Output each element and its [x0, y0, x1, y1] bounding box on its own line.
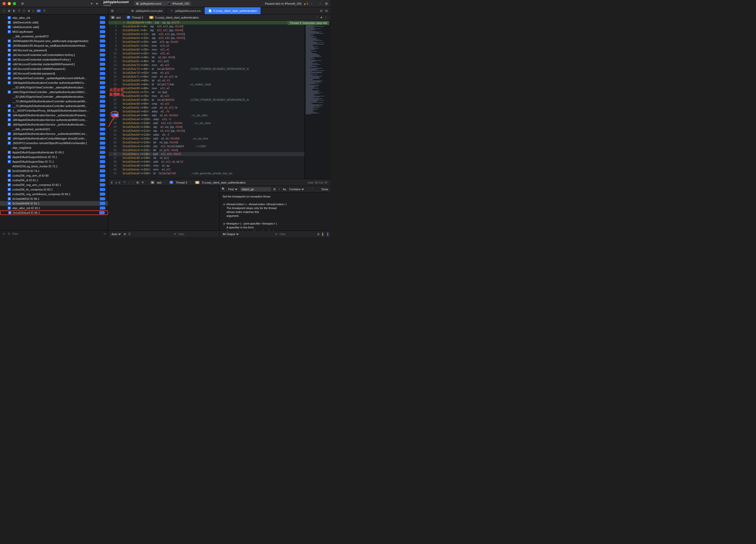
code-line[interactable]: 5 0x1a52bdc50 <+12>: stp x20, x19, [sp, … [108, 32, 304, 36]
close-icon[interactable] [3, 2, 6, 5]
breakpoint-row[interactable]: F+[AADeviceInfo udid] [0, 25, 108, 29]
breakpoint-enabled-flag[interactable] [100, 156, 106, 159]
console-output-select[interactable]: All Output [222, 232, 239, 236]
breakpoint-row[interactable]: F-[AADeviceInfo udid] [0, 20, 108, 25]
breakpoint-row[interactable]: F-[AKAppleIDAuthenticationService _perfo… [0, 122, 108, 127]
nav-test-icon[interactable]: ◆ [28, 9, 30, 12]
code-line[interactable]: 16 0x1a52bdc7c <+56>: csel x8, x0, x22, … [108, 75, 304, 79]
breakpoint-enabled-flag[interactable] [100, 63, 106, 66]
code-line[interactable]: 9 0x1a52bdc60 <+28>: mov x21, x1 [108, 48, 304, 52]
code-line[interactable]: 38 0x1a52bdcd4 <+144>: add x2, x22, x8, … [108, 160, 304, 164]
maximize-icon[interactable] [13, 2, 16, 5]
breakpoint-row[interactable]: F-[AKAppleIDAuthenticationService _authe… [0, 132, 108, 136]
line-gutter[interactable]: 19 [108, 86, 119, 90]
code-line[interactable]: 12 0x1a52bdc6c <+40>: ldr x22, [x8] [108, 59, 304, 63]
library-icon[interactable]: ▦ [325, 2, 328, 5]
breakpoint-row[interactable]: F-[ACAccountCredential initWithPassword:… [0, 67, 108, 71]
find-mode-select[interactable]: Find [227, 188, 238, 191]
step-out-icon[interactable]: ↑ [132, 181, 134, 184]
breakpoint-row[interactable]: Fccsha256_vng_arm64neon_compress ID 84.1 [0, 192, 108, 197]
breakpoint-enabled-flag[interactable] [100, 183, 106, 187]
breakpoint-row[interactable]: Fccsha256_vng_arm_compress ID 82.1 [0, 183, 108, 187]
editor-layout-icon[interactable]: ▥ [325, 9, 328, 12]
breakpoint-enabled-flag[interactable] [100, 91, 106, 94]
step-into-icon[interactable]: ↓ [128, 181, 130, 184]
breakpoint-row[interactable]: F-[AASignInFlowController _updateAppleAc… [0, 76, 108, 80]
breakpoint-row[interactable]: A0x1815d0528 ID 74.1 [0, 169, 108, 173]
jumpbar[interactable]: ⎈ akd 〉 T Thread 3 〉 ▦ 0 ccsrp_client_st… [108, 14, 330, 21]
line-gutter[interactable]: 14 [108, 67, 119, 71]
line-gutter[interactable]: 31 [108, 133, 119, 137]
breakpoint-row[interactable]: F-[__NSXPCInterfaceProxy_AKAppleIDAuthen… [0, 108, 108, 113]
add-breakpoint-button[interactable]: ＋ [2, 232, 6, 236]
code-line[interactable]: 23 0x1a52bdc98 <+84>: cmp x0, x22 [108, 102, 304, 106]
code-line[interactable]: 3 0x1a52bdc48 <+4>: stp x24, x23, [sp, #… [108, 25, 304, 28]
line-gutter[interactable]: 3 [108, 25, 119, 28]
breakpoint-row[interactable]: __62-[AAUISignInViewController _attemptA… [0, 85, 108, 90]
line-gutter[interactable]: 38 [108, 160, 119, 164]
line-gutter[interactable]: 1 [108, 21, 119, 25]
nav-report-icon[interactable]: ☰ [43, 9, 46, 12]
breakpoint-enabled-flag[interactable] [100, 160, 106, 163]
line-gutter[interactable]: 21 [108, 94, 119, 98]
breakpoint-row[interactable]: Fccsha256_ltc_compress ID 83.1 [0, 187, 108, 192]
breakpoint-row[interactable]: F-[NSXPCConnection remoteObjectProxyWith… [0, 141, 108, 145]
panel-left-icon[interactable]: ▌ [322, 233, 324, 236]
line-gutter[interactable]: 33 [108, 141, 119, 144]
console-filter-input[interactable] [279, 233, 315, 236]
next-warning-icon[interactable]: ▲ [320, 15, 323, 19]
breakpoint-enabled-flag[interactable] [100, 207, 106, 210]
nav-source-icon[interactable]: ▣ [8, 9, 10, 12]
minimap[interactable] [304, 21, 330, 179]
breakpoint-row[interactable]: F-[ACAccountCredential setCredentialItem… [0, 53, 108, 57]
nav-folder-icon[interactable]: ▢ [3, 9, 5, 12]
line-gutter[interactable]: 22 [108, 98, 119, 102]
line-gutter[interactable]: 37 [108, 156, 119, 160]
breakpoint-row[interactable]: A0x1a52bdca4 ID 96.1 [0, 211, 108, 215]
breakpoint-enabled-flag[interactable] [100, 16, 106, 19]
line-gutter[interactable]: 34 [108, 144, 119, 148]
line-gutter[interactable]: 30 [108, 129, 119, 133]
breakpoint-enabled-flag[interactable] [100, 123, 106, 126]
find-option-select[interactable]: Contains [288, 188, 305, 191]
breakpoint-row[interactable]: __62-[AAUISignInViewController _attemptA… [0, 94, 108, 99]
next-match-icon[interactable]: 〉 [312, 187, 315, 191]
breakpoint-enabled-flag[interactable] [100, 26, 106, 29]
line-gutter[interactable]: 17 [108, 79, 119, 83]
line-gutter[interactable]: 24 [108, 106, 119, 110]
line-gutter[interactable]: 16 [108, 75, 119, 79]
code-line[interactable]: 25 0x1a52bdca0 <+92>: adrp x9, -76 [108, 110, 304, 114]
code-line[interactable]: 21 0x1a52bdc90 <+76>: mov x0, x22 [108, 94, 304, 98]
scope-icon[interactable]: ▭ [103, 232, 106, 236]
simulate-icon[interactable]: ☸ [141, 181, 144, 184]
breakpoint-row[interactable]: F+[ACAccountCredential credentialWithPas… [0, 62, 108, 67]
line-gutter[interactable]: 13 [108, 63, 119, 67]
code-line[interactable]: 18 0x1a52bdc84 <+64>: bl 0x1a52719dc ; c… [108, 83, 304, 86]
code-line[interactable]: 15 0x1a52bdc78 <+52>: cmp x0, x22 [108, 71, 304, 75]
breakpoint-enabled-flag[interactable] [100, 30, 106, 33]
code-line[interactable]: 6 0x1a52bdc54 <+16>: stp x29, x30, [sp, … [108, 36, 304, 40]
breakpoint-enabled-flag[interactable] [100, 49, 106, 52]
breakpoint-enabled-flag[interactable] [100, 67, 106, 70]
line-gutter[interactable]: 25 [108, 110, 119, 114]
trash-icon[interactable]: 🗑 [317, 233, 320, 236]
breakpoint-enabled-flag[interactable] [100, 104, 106, 108]
nav-find-icon[interactable]: ⚲ [18, 9, 20, 12]
line-gutter[interactable]: 36 [108, 152, 119, 156]
breakpoint-enabled-flag[interactable] [100, 132, 106, 135]
step-over-icon[interactable]: ↷ [123, 181, 126, 184]
vars-scope-select[interactable]: Auto [110, 232, 122, 236]
breakpoint-enabled-flag[interactable] [100, 77, 106, 80]
code-line[interactable]: 22 0x1a52bdc94 <+80>: bl 0x1a52b9928 ; C… [108, 98, 304, 102]
breakpoint-row[interactable]: FAppleIDAuthSupportIsDone ID 70.1 [0, 155, 108, 159]
breakpoint-enabled-flag[interactable] [100, 81, 106, 84]
code-line[interactable]: 29 0x1a52bdcb0 <+108>: stp x8, xzr, [sp,… [108, 125, 304, 129]
breakpoint-enabled-flag[interactable] [100, 169, 106, 173]
line-gutter[interactable]: 23 [108, 102, 119, 106]
line-gutter[interactable]: 32 [108, 137, 119, 141]
code-line[interactable]: 28 0x1a52bdcac <+104>: add x10, x10, #0x… [108, 121, 304, 125]
code-line[interactable]: 7 0x1a52bdc58 <+20>: add x29, sp, #0x60 [108, 40, 304, 44]
breakpoint-enabled-flag[interactable] [100, 197, 106, 200]
code-line[interactable]: 8 0x1a52bdc5c <+24>: mov x19, x2 [108, 44, 304, 48]
sidebar-filter-input[interactable] [12, 232, 101, 236]
